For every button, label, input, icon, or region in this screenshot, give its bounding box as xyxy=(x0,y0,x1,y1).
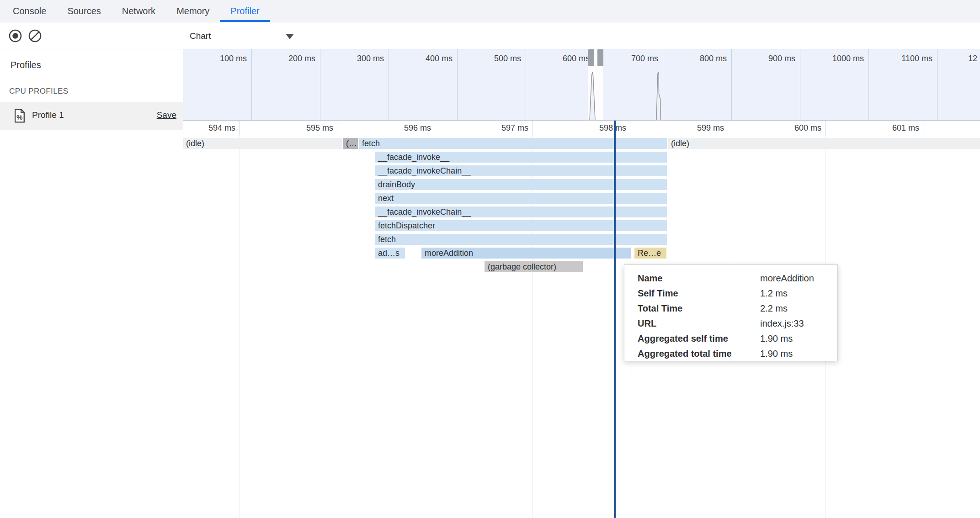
tab-console[interactable]: Console xyxy=(2,0,57,22)
flame-bar--[interactable]: (… xyxy=(343,138,358,149)
tab-sources[interactable]: Sources xyxy=(57,0,111,22)
clear-profiles-button[interactable] xyxy=(28,29,42,43)
ruler-tick-line xyxy=(825,121,826,136)
flame-gridline xyxy=(239,136,240,518)
record-icon xyxy=(8,29,22,43)
tooltip-row-value: 1.90 ms xyxy=(760,346,837,361)
flame-bar-re-e[interactable]: Re…e xyxy=(634,248,666,259)
svg-text:%: % xyxy=(16,113,22,121)
tooltip-row-value: moreAddition xyxy=(760,271,837,286)
flame-bar-fetch[interactable]: fetch xyxy=(375,234,667,245)
flame-bar-fetch[interactable]: fetch xyxy=(359,138,667,149)
ruler-tick-line xyxy=(923,121,923,136)
sidebar-item-profile-1[interactable]: % Profile 1 Save xyxy=(0,102,183,130)
tooltip-row-label: Aggregated total time xyxy=(638,346,760,361)
cpu-activity-spike xyxy=(656,72,661,120)
flame-bar-drainbody[interactable]: drainBody xyxy=(375,179,667,190)
ruler-tick-label: 600 ms xyxy=(794,123,821,133)
ruler-tick-label: 597 ms xyxy=(501,123,528,133)
ruler-tick-line xyxy=(239,121,240,136)
tooltip-row: Self Time1.2 ms xyxy=(638,286,837,301)
flame-bar--garbage-collector-[interactable]: (garbage collector) xyxy=(485,261,583,272)
cpu-activity-spike xyxy=(590,72,595,120)
profiles-heading: Profiles xyxy=(11,60,41,70)
selected-time-marker xyxy=(614,121,616,518)
flame-bar--idle-[interactable]: (idle) xyxy=(668,138,980,149)
flame-bar--facade-invoke-[interactable]: __facade_invoke__ xyxy=(375,152,667,163)
tooltip-row: Aggregated self time1.90 ms xyxy=(638,331,837,346)
flame-bar-ad-s[interactable]: ad…s xyxy=(375,248,405,259)
ruler-tick-line xyxy=(435,121,435,136)
chevron-down-icon xyxy=(286,34,294,39)
tooltip-row: Aggregated total time1.90 ms xyxy=(638,346,837,361)
clear-icon xyxy=(28,29,42,43)
ruler-tick-label: 596 ms xyxy=(404,123,431,133)
timeline-overview[interactable]: 100 ms200 ms300 ms400 ms500 ms600 ms700 … xyxy=(183,49,980,121)
devtools-window: ConsoleSourcesNetworkMemoryProfiler Char… xyxy=(0,0,980,518)
ruler-tick-label: 598 ms xyxy=(599,123,626,133)
flame-bar--facade-invokechain-[interactable]: __facade_invokeChain__ xyxy=(375,206,667,217)
flame-bar--idle-[interactable]: (idle) xyxy=(183,138,342,149)
ruler-tick-label: 594 ms xyxy=(208,123,235,133)
tooltip-row: NamemoreAddition xyxy=(638,271,837,286)
flame-chart[interactable]: (idle)(…fetch(idle)__facade_invoke____fa… xyxy=(183,136,980,518)
save-profile-link[interactable]: Save xyxy=(157,110,176,120)
devtools-tab-bar: ConsoleSourcesNetworkMemoryProfiler xyxy=(0,0,980,22)
sidebar-divider xyxy=(183,23,183,518)
flame-gridline xyxy=(337,136,337,518)
tooltip-row-label: URL xyxy=(638,316,760,331)
ruler-tick-line xyxy=(337,121,337,136)
frame-details-tooltip: NamemoreAdditionSelf Time1.2 msTotal Tim… xyxy=(624,264,838,361)
tab-network[interactable]: Network xyxy=(112,0,166,22)
ruler-tick-line xyxy=(728,121,728,136)
chart-view-select[interactable]: Chart xyxy=(190,23,211,49)
profile-name: Profile 1 xyxy=(32,110,64,120)
flame-bar-fetchdispatcher[interactable]: fetchDispatcher xyxy=(375,220,667,231)
cpu-profiles-section-label: CPU PROFILES xyxy=(9,87,69,96)
flame-bar-moreaddition[interactable]: moreAddition xyxy=(421,248,631,259)
ruler-tick-label: 599 ms xyxy=(697,123,724,133)
flame-bar-next[interactable]: next xyxy=(375,193,667,204)
tooltip-row: URLindex.js:33 xyxy=(638,316,837,331)
ruler-tick-label: 601 ms xyxy=(892,123,919,133)
flame-chart-ruler: 594 ms595 ms596 ms597 ms598 ms599 ms600 … xyxy=(183,121,980,136)
tooltip-row: Total Time2.2 ms xyxy=(638,301,837,316)
chart-view-select-value: Chart xyxy=(190,31,211,41)
tooltip-row-value: 1.2 ms xyxy=(760,286,837,301)
profiler-toolbar xyxy=(0,23,980,49)
tab-profiler[interactable]: Profiler xyxy=(220,0,270,22)
flame-gridline xyxy=(923,136,923,518)
flame-bar--facade-invokechain-[interactable]: __facade_invokeChain__ xyxy=(375,165,667,176)
tooltip-row-label: Name xyxy=(638,271,760,286)
profile-document-icon: % xyxy=(14,109,25,125)
tab-memory[interactable]: Memory xyxy=(166,0,220,22)
ruler-tick-line xyxy=(532,121,533,136)
tooltip-row-value: index.js:33 xyxy=(760,316,837,331)
cpu-activity-sparkline xyxy=(183,49,980,120)
tooltip-row-value: 1.90 ms xyxy=(760,331,837,346)
ruler-tick-label: 595 ms xyxy=(306,123,333,133)
ruler-tick-line xyxy=(630,121,630,136)
tooltip-row-label: Total Time xyxy=(638,301,760,316)
record-profile-button[interactable] xyxy=(8,29,22,43)
tooltip-row-value: 2.2 ms xyxy=(760,301,837,316)
tooltip-row-label: Aggregated self time xyxy=(638,331,760,346)
tooltip-row-label: Self Time xyxy=(638,286,760,301)
